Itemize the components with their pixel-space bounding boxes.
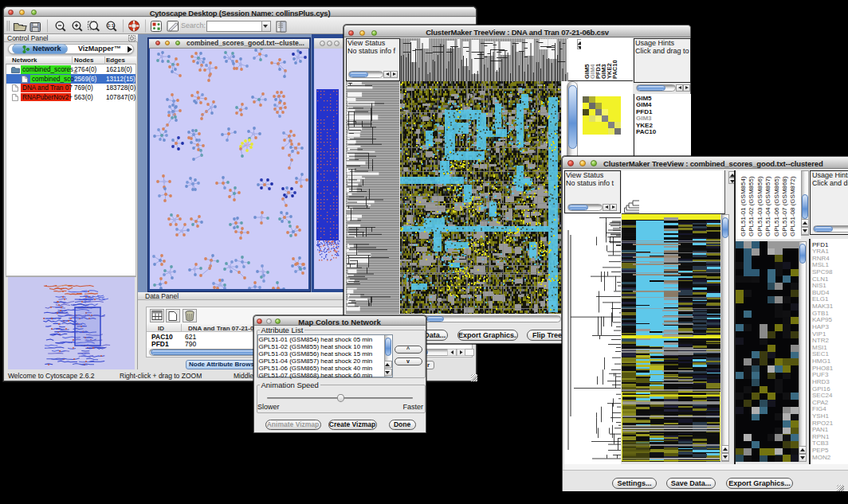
svg-text:1:1: 1:1 [108, 23, 114, 28]
